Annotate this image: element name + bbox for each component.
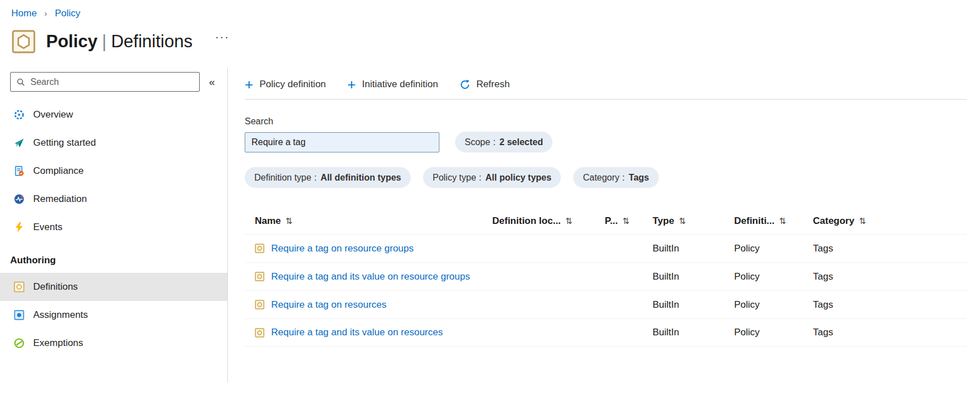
- table-row: Require a tag on resources BuiltIn Polic…: [245, 290, 966, 318]
- assignments-icon: [14, 309, 25, 321]
- policy-name-link[interactable]: Require a tag on resources: [271, 299, 386, 311]
- pill-separator: :: [493, 137, 495, 147]
- pill-separator: :: [314, 173, 316, 183]
- sidebar-search-box[interactable]: [10, 72, 200, 92]
- plus-icon: +: [245, 79, 253, 90]
- sidebar-item-assignments[interactable]: Assignments: [0, 301, 227, 329]
- policy-row-icon: [255, 300, 264, 309]
- column-header-name[interactable]: Name⇅: [245, 215, 492, 227]
- category-cell: Tags: [813, 327, 966, 338]
- content-area: « Overview Getting: [0, 68, 980, 383]
- initiative-definition-button[interactable]: + Initiative definition: [347, 79, 438, 90]
- sort-icon: ⇅: [859, 216, 866, 226]
- table-row: Require a tag and its value on resources…: [245, 318, 966, 347]
- name-cell: Require a tag on resource groups: [245, 243, 492, 254]
- column-header-definition-type[interactable]: Definiti...⇅: [734, 215, 813, 227]
- sidebar-item-label: Assignments: [33, 309, 88, 321]
- name-cell: Require a tag on resources: [245, 299, 492, 311]
- sidebar-item-definitions[interactable]: Definitions: [0, 273, 227, 301]
- filter-row-1: Scope:2 selected: [245, 132, 966, 152]
- policy-type-filter-pill[interactable]: Policy type:All policy types: [423, 167, 561, 188]
- definition-type-cell: Policy: [734, 271, 813, 282]
- filter-row-2: Definition type:All definition types Pol…: [245, 167, 966, 188]
- sidebar-search-input[interactable]: [30, 77, 194, 87]
- policy-name-link[interactable]: Require a tag and its value on resources: [271, 327, 443, 338]
- pill-value: All policy types: [485, 173, 551, 183]
- table-row: Require a tag and its value on resource …: [245, 262, 966, 290]
- policy-definition-button[interactable]: + Policy definition: [245, 79, 326, 90]
- scope-filter-pill[interactable]: Scope:2 selected: [455, 132, 552, 152]
- refresh-icon: [460, 79, 470, 90]
- sidebar-item-label: Exemptions: [33, 338, 83, 349]
- remediation-icon: [14, 194, 25, 205]
- column-header-definition-location[interactable]: Definition loc...⇅: [492, 215, 605, 227]
- sidebar: « Overview Getting: [0, 68, 228, 383]
- name-cell: Require a tag and its value on resources: [245, 327, 492, 338]
- sidebar-section-authoring: Authoring: [0, 241, 227, 273]
- column-label: Name: [255, 215, 281, 226]
- sort-icon: ⇅: [779, 216, 786, 226]
- breadcrumb-policy-link[interactable]: Policy: [55, 8, 80, 19]
- definition-type-cell: Policy: [734, 299, 813, 311]
- category-cell: Tags: [813, 299, 966, 311]
- sidebar-item-label: Remediation: [33, 194, 87, 205]
- toolbar: + Policy definition + Initiative definit…: [245, 73, 966, 96]
- pill-separator: :: [479, 173, 481, 183]
- policy-row-icon: [255, 244, 264, 253]
- type-cell: BuiltIn: [653, 327, 734, 338]
- sidebar-nav: Overview Getting started: [0, 101, 227, 357]
- policy-name-link[interactable]: Require a tag on resource groups: [271, 243, 413, 254]
- category-filter-pill[interactable]: Category:Tags: [573, 167, 659, 188]
- name-cell: Require a tag and its value on resource …: [245, 271, 492, 282]
- initiative-definition-label: Initiative definition: [362, 79, 438, 90]
- sidebar-collapse-button[interactable]: «: [200, 76, 222, 88]
- column-header-category[interactable]: Category⇅: [813, 215, 966, 227]
- sidebar-item-overview[interactable]: Overview: [0, 101, 227, 129]
- column-label: Category: [813, 215, 855, 226]
- sidebar-item-remediation[interactable]: Remediation: [0, 185, 227, 213]
- refresh-label: Refresh: [476, 79, 510, 90]
- main-panel: + Policy definition + Initiative definit…: [228, 68, 980, 383]
- policy-row-icon: [255, 328, 264, 338]
- filter-search-input[interactable]: [245, 132, 439, 152]
- column-label: P...: [605, 215, 618, 226]
- column-header-type[interactable]: Type⇅: [653, 215, 734, 227]
- table-row: Require a tag on resource groups BuiltIn…: [245, 234, 966, 262]
- definition-type-cell: Policy: [734, 243, 813, 254]
- column-label: Type: [653, 215, 674, 226]
- column-label: Definition loc...: [492, 215, 561, 226]
- filter-search-label: Search: [245, 116, 966, 127]
- search-icon: [16, 78, 25, 87]
- sidebar-item-compliance[interactable]: Compliance: [0, 157, 227, 185]
- breadcrumb: Home › Policy: [0, 0, 980, 19]
- pill-separator: :: [622, 173, 624, 183]
- sidebar-item-label: Getting started: [33, 137, 96, 149]
- policy-name-link[interactable]: Require a tag and its value on resource …: [271, 271, 470, 282]
- column-label: Definiti...: [734, 215, 775, 226]
- definition-type-cell: Policy: [734, 327, 813, 338]
- events-icon: [14, 222, 25, 233]
- definition-type-filter-pill[interactable]: Definition type:All definition types: [245, 167, 411, 188]
- toolbar-divider: [245, 99, 966, 100]
- pill-label: Category: [583, 173, 619, 183]
- category-cell: Tags: [813, 271, 966, 282]
- sidebar-item-label: Events: [33, 222, 62, 233]
- sidebar-item-events[interactable]: Events: [0, 213, 227, 241]
- pill-label: Definition type: [254, 173, 311, 183]
- exemptions-icon: [14, 338, 25, 349]
- policy-icon: [11, 29, 36, 54]
- column-header-policies[interactable]: P...⇅: [605, 215, 653, 227]
- overview-icon: [14, 109, 25, 120]
- sort-icon: ⇅: [285, 216, 293, 226]
- refresh-button[interactable]: Refresh: [460, 79, 510, 90]
- breadcrumb-home-link[interactable]: Home: [11, 8, 37, 19]
- sidebar-item-exemptions[interactable]: Exemptions: [0, 329, 227, 357]
- getting-started-icon: [14, 137, 25, 149]
- type-cell: BuiltIn: [653, 243, 734, 254]
- sidebar-item-getting-started[interactable]: Getting started: [0, 129, 227, 157]
- sidebar-search-row: «: [0, 68, 227, 95]
- type-cell: BuiltIn: [653, 299, 734, 311]
- pill-value: All definition types: [321, 173, 401, 183]
- table-header-row: Name⇅ Definition loc...⇅ P...⇅ Type⇅ Def…: [245, 208, 966, 234]
- more-options-button[interactable]: ···: [215, 30, 230, 43]
